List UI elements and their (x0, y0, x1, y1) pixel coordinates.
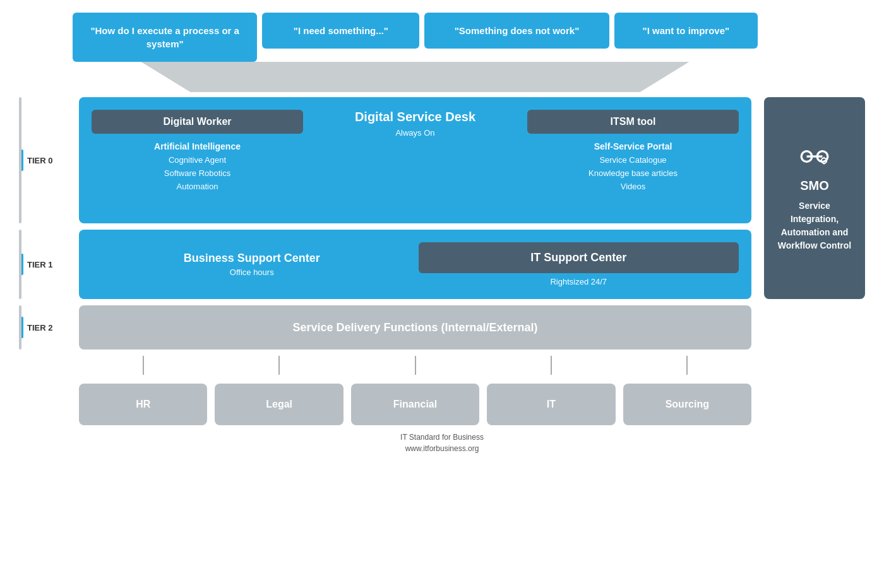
connectors (79, 356, 751, 375)
dsd-header: Digital Service Desk (355, 110, 475, 124)
itsm-section: ITSM tool Self-Service Portal Service Ca… (527, 110, 739, 211)
itsc-sub: Rightsized 24/7 (550, 277, 607, 286)
banner-execute: "How do I execute a process or a system" (73, 13, 257, 62)
func-hr: HR (79, 384, 207, 425)
tier0-label: TIER 0 (27, 156, 52, 165)
bsc-sub: Office hours (230, 268, 274, 277)
smo-description: Service Integration, Automation and Work… (774, 199, 855, 252)
banner-improve: "I want to improve" (614, 13, 758, 49)
func-it: IT (487, 384, 615, 425)
function-boxes: HR Legal Financial IT Sourcing (79, 384, 751, 425)
itsc-section: IT Support Center Rightsized 24/7 (419, 242, 739, 286)
connector-it (487, 356, 615, 375)
always-on-text: Always On (395, 128, 434, 138)
footer-line1: IT Standard for Business (400, 432, 484, 443)
bsc-section: Business Support Center Office hours (92, 252, 412, 277)
func-sourcing: Sourcing (623, 384, 751, 425)
bsc-title: Business Support Center (184, 252, 320, 265)
connector-hr (79, 356, 207, 375)
ssp-items: Service Catalogue Knowledge base article… (588, 154, 678, 193)
tier0-box: Digital Worker Artificial Intelligence C… (79, 97, 751, 223)
tier1-box: Business Support Center Office hours IT … (79, 230, 751, 299)
banner-need: "I need something..." (262, 13, 419, 49)
connector-financial (351, 356, 479, 375)
digital-worker-section: Digital Worker Artificial Intelligence C… (92, 110, 303, 211)
smo-label: SMO (800, 179, 829, 193)
digital-service-desk-section: Digital Service Desk Always On (309, 110, 521, 211)
tier2-title: Service Delivery Functions (Internal/Ext… (292, 321, 537, 334)
tier2-box: Service Delivery Functions (Internal/Ext… (79, 305, 751, 350)
func-financial: Financial (351, 384, 479, 425)
tier1-label: TIER 1 (27, 260, 52, 269)
func-legal: Legal (215, 384, 343, 425)
ai-items: Cognitive Agent Software Robotics Automa… (164, 154, 231, 193)
smo-box: SMO Service Integration, Automation and … (764, 97, 865, 299)
itsm-header: ITSM tool (527, 110, 739, 134)
connector-sourcing (623, 356, 751, 375)
digital-worker-header: Digital Worker (92, 110, 303, 134)
connector-legal (215, 356, 343, 375)
ai-subtitle: Artificial Intelligence (154, 141, 241, 151)
tier2-label: TIER 2 (27, 323, 52, 332)
ssp-subtitle: Self-Service Portal (594, 141, 672, 151)
footer-line2: www.itforbusiness.org (400, 443, 484, 454)
smo-icon (799, 144, 830, 175)
footer: IT Standard for Business www.itforbusine… (400, 432, 484, 454)
itsc-header: IT Support Center (419, 242, 739, 273)
banner-not-work: "Something does not work" (424, 13, 609, 49)
